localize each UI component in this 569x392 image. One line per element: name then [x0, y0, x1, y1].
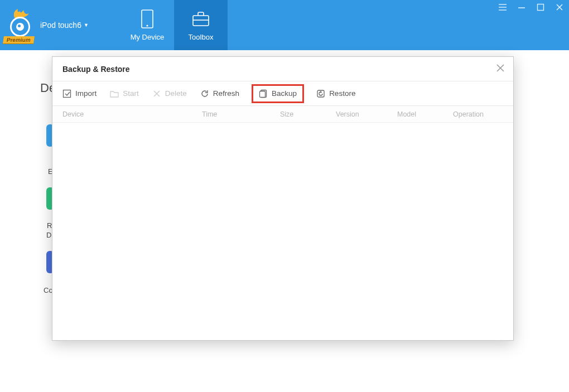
nav-tabs: My Device Toolbox — [120, 0, 228, 50]
delete-icon — [152, 89, 161, 98]
import-button[interactable]: Import — [62, 89, 97, 98]
eye-icon — [10, 17, 30, 37]
svg-rect-8 — [538, 4, 544, 11]
tool-label: Restore — [329, 89, 355, 98]
tool-label: Start — [123, 89, 139, 98]
device-icon — [136, 9, 158, 28]
col-size[interactable]: Size — [280, 110, 336, 118]
tool-label: Import — [75, 89, 97, 98]
device-name: iPod touch6 — [40, 21, 81, 30]
start-button: Start — [110, 89, 139, 98]
folder-icon — [110, 89, 119, 98]
refresh-icon — [200, 89, 209, 98]
menu-icon[interactable] — [498, 3, 508, 13]
svg-rect-13 — [64, 90, 71, 97]
tab-label: Toolbox — [189, 33, 214, 41]
refresh-button[interactable]: Refresh — [200, 89, 239, 98]
import-icon — [62, 89, 71, 98]
bg-label-2a: R — [47, 221, 52, 230]
tab-label: My Device — [131, 33, 165, 41]
dialog-title: Backup & Restore — [62, 65, 130, 74]
minimize-button[interactable] — [517, 3, 527, 13]
col-time[interactable]: Time — [202, 110, 280, 118]
dialog-toolbar: Import Start Delete Refresh Backup — [52, 81, 513, 106]
bg-label-2b: D — [46, 231, 51, 239]
dialog-titlebar: Backup & Restore — [52, 57, 513, 81]
logo-zone: Premium iPod touch6 ▼ — [0, 0, 120, 50]
device-selector[interactable]: iPod touch6 ▼ — [40, 21, 89, 30]
table-header-row: Device Time Size Version Model Operation — [52, 106, 513, 123]
tab-toolbox[interactable]: Toolbox — [174, 0, 228, 50]
window-controls — [498, 3, 565, 13]
col-model[interactable]: Model — [397, 110, 453, 118]
tool-label: Refresh — [213, 89, 239, 98]
close-button[interactable] — [554, 3, 565, 13]
svg-rect-2 — [193, 16, 209, 26]
app-logo: Premium — [4, 9, 35, 41]
tool-label: Delete — [165, 89, 187, 98]
svg-point-1 — [146, 25, 148, 26]
restore-icon — [316, 89, 325, 98]
premium-badge: Premium — [3, 36, 35, 43]
backup-restore-dialog: Backup & Restore Import Start Delete — [52, 56, 514, 341]
tab-my-device[interactable]: My Device — [120, 0, 174, 50]
col-version[interactable]: Version — [336, 110, 397, 118]
backup-button[interactable]: Backup — [252, 84, 304, 103]
col-operation[interactable]: Operation — [453, 110, 509, 118]
restore-button[interactable]: Restore — [316, 89, 355, 98]
toolbox-icon — [190, 9, 212, 28]
maximize-button[interactable] — [536, 3, 546, 13]
delete-button: Delete — [152, 89, 187, 98]
close-icon[interactable] — [496, 63, 504, 75]
backup-icon — [259, 89, 268, 98]
tool-label: Backup — [272, 89, 297, 98]
chevron-down-icon: ▼ — [84, 22, 89, 28]
app-header: Premium iPod touch6 ▼ My Device Toolbox — [0, 0, 569, 50]
svg-rect-17 — [260, 91, 266, 97]
col-device[interactable]: Device — [62, 110, 202, 118]
